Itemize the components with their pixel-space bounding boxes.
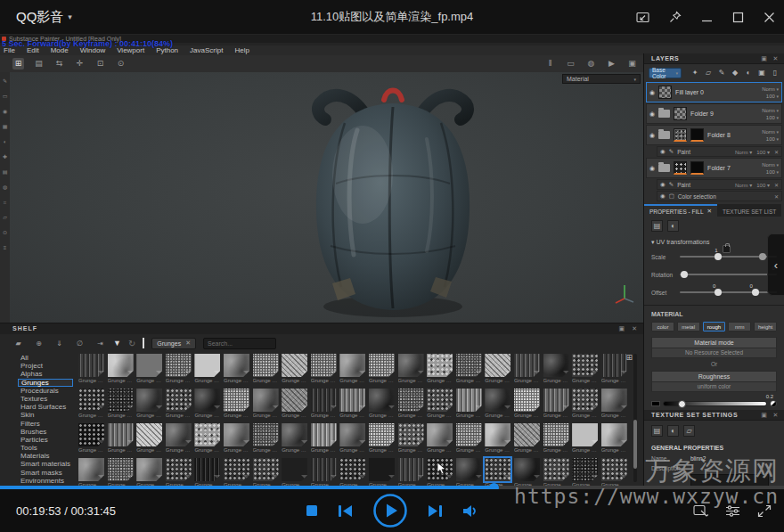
texture-thumbnail[interactable] [514, 423, 540, 446]
grayscale-slider[interactable] [663, 401, 767, 406]
texture-thumbnail[interactable] [514, 354, 540, 377]
uv-projection-icon[interactable]: ▤ [651, 220, 663, 232]
texture-tile[interactable]: Grunge Di... [369, 354, 395, 384]
texture-thumbnail[interactable] [253, 458, 279, 481]
texture-thumbnail[interactable] [108, 458, 134, 481]
texture-thumbnail[interactable] [572, 389, 598, 412]
texture-thumbnail[interactable] [108, 354, 134, 377]
category-brushes[interactable]: Brushes [18, 428, 73, 436]
texture-tile[interactable]: Grunge Dr... [601, 354, 627, 384]
texture-thumbnail[interactable] [369, 389, 395, 412]
texture-thumbnail[interactable] [427, 423, 453, 446]
grid-view-icon[interactable]: ⊞ [625, 353, 633, 362]
texture-tile[interactable]: Grunge Le... [398, 389, 424, 419]
layer-thumbnail[interactable] [674, 107, 687, 120]
texture-tile[interactable]: Grunge Le... [456, 389, 482, 419]
texture-thumbnail[interactable] [108, 389, 134, 412]
particles-tool-icon[interactable]: ◍ [1, 184, 9, 191]
frame-icon[interactable]: ⊡ [94, 58, 106, 70]
texture-thumbnail[interactable] [224, 354, 249, 377]
category-grunges[interactable]: Grunges [18, 379, 73, 387]
texture-thumbnail[interactable] [166, 423, 192, 446]
projection-tool-icon[interactable]: ◉ [1, 108, 9, 115]
maximize-button[interactable] [732, 12, 744, 23]
channel-height-button[interactable]: height [754, 322, 777, 331]
add-folder-icon[interactable]: ▣ [757, 67, 766, 78]
category-textures[interactable]: Textures [18, 395, 73, 403]
add-stamp-icon[interactable]: ▱ [704, 67, 713, 78]
category-materials[interactable]: Materials [18, 452, 73, 460]
pin-button[interactable] [669, 11, 682, 23]
texture-thumbnail[interactable] [543, 423, 569, 446]
texture-thumbnail[interactable] [398, 354, 424, 377]
texture-tile[interactable]: Grunge Sm... [166, 458, 192, 486]
category-particles[interactable]: Particles [18, 436, 73, 444]
close-panel-icon[interactable]: ✕ [632, 323, 638, 334]
channel-color-button[interactable]: color [651, 322, 674, 331]
previous-button[interactable] [338, 504, 353, 518]
texture-tile[interactable]: Grunge Br... [78, 354, 104, 384]
scrollbar-thumb[interactable] [633, 420, 637, 469]
texture-thumbnail[interactable] [601, 423, 627, 446]
texture-thumbnail[interactable] [194, 389, 220, 412]
texture-thumbnail[interactable] [427, 389, 453, 412]
blend-mode-dropdown[interactable]: Base Color ▾ [649, 68, 682, 78]
channel-metal-button[interactable]: metal [677, 322, 700, 331]
texture-thumbnail[interactable] [601, 458, 627, 481]
texture-thumbnail[interactable] [224, 389, 249, 412]
mesh-icon[interactable]: ▱ [683, 425, 695, 437]
texture-tile[interactable]: Grunge W... [485, 458, 510, 486]
texture-thumbnail[interactable] [194, 354, 220, 377]
category-all[interactable]: All [18, 354, 73, 362]
pause-icon[interactable]: ‖ [544, 58, 556, 70]
color-swatch[interactable] [770, 400, 777, 407]
texture-thumbnail[interactable] [253, 389, 279, 412]
texture-tile[interactable]: Grunge W... [601, 458, 627, 486]
texture-tile[interactable]: Grunge Sp... [194, 458, 220, 486]
snapshot-button[interactable] [693, 504, 708, 518]
texture-tile[interactable]: Grunge W... [514, 458, 540, 486]
texture-thumbnail[interactable] [339, 458, 365, 481]
tab-properties-fill[interactable]: PROPERTIES - FILL ✕ [644, 204, 717, 217]
texture-tile[interactable]: Grunge St... [282, 458, 307, 486]
black-swatch[interactable] [651, 401, 660, 406]
uv-transformations-section[interactable]: ▾ UV transformations [644, 235, 784, 248]
close-button[interactable] [764, 12, 775, 23]
refresh-icon[interactable]: ↻ [128, 339, 135, 348]
uniform-color-button[interactable]: Roughness uniform color [651, 371, 777, 392]
category-tools[interactable]: Tools [18, 444, 73, 452]
texture-thumbnail[interactable] [456, 458, 482, 481]
search-input[interactable] [203, 338, 276, 349]
texture-tile[interactable]: Grunge M... [282, 423, 307, 454]
texture-thumbnail[interactable] [282, 354, 307, 377]
add-resource-icon[interactable]: ⊕ [33, 338, 45, 349]
texture-thumbnail[interactable] [194, 458, 220, 481]
texture-tile[interactable]: Grunge Di... [339, 354, 365, 384]
texture-tile[interactable]: Grunge Di... [427, 354, 453, 384]
layer-row-folder-7[interactable]: ◉ Folder 7 Norm ▾ 100 ▾ [646, 158, 782, 178]
category-project[interactable]: Project [18, 362, 73, 370]
polygon-fill-icon[interactable]: ▦ [1, 123, 9, 130]
pivot-icon[interactable]: ✛ [74, 58, 86, 70]
texture-thumbnail[interactable] [311, 354, 337, 377]
fullscreen-button[interactable] [757, 504, 772, 518]
texture-thumbnail[interactable] [166, 354, 192, 377]
texture-thumbnail[interactable] [224, 458, 249, 481]
texture-tile[interactable]: Grunge M... [136, 423, 162, 454]
mini-mode-button[interactable] [636, 12, 649, 23]
settings-button[interactable] [725, 504, 740, 518]
texture-thumbnail[interactable] [224, 423, 249, 446]
filter-funnel-icon[interactable]: ▼ [113, 339, 121, 348]
texture-thumbnail[interactable] [339, 389, 365, 412]
layer-effect-paint[interactable]: ◉ ✎ Paint Norm ▾ 100 ▾ ✕ [657, 146, 782, 157]
texture-tile[interactable]: Grunge Dirt [311, 354, 337, 384]
texture-tile[interactable]: Grunge Pl... [543, 423, 569, 454]
visibility-eye-icon[interactable]: ◉ [660, 148, 666, 155]
offset-slider[interactable]: 0 0 [680, 291, 777, 293]
clone-tool-icon[interactable]: ✚ [1, 153, 9, 160]
settings-icon[interactable]: ⊙ [115, 58, 127, 70]
visibility-eye-icon[interactable]: ◉ [660, 192, 666, 200]
texture-thumbnail[interactable] [78, 423, 104, 446]
add-smart-material-icon[interactable]: ◐ [744, 67, 753, 78]
texture-tile[interactable]: Grunge Ch... [108, 354, 134, 384]
